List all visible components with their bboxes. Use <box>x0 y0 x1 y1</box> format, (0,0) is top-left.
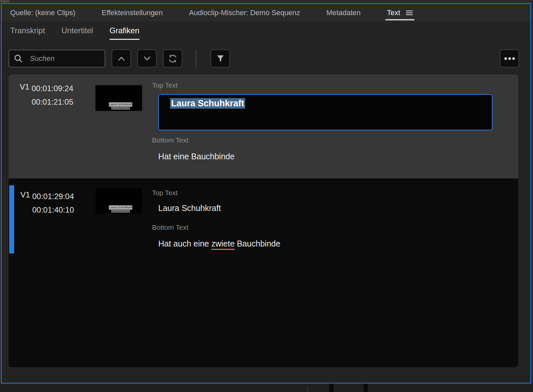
search-box[interactable] <box>9 50 105 67</box>
tab-label: Quelle: (keine Clips) <box>10 9 75 17</box>
tab-label: Audioclip-Mischer: Demo Sequenz <box>189 9 300 17</box>
text-panel: Quelle: (keine Clips) Effekteinstellunge… <box>1 3 531 383</box>
filter-icon <box>216 54 225 63</box>
subtab-label: Grafiken <box>110 26 140 35</box>
lower-panel-edge <box>0 384 533 392</box>
bottom-text-pre: Hat auch eine <box>158 239 211 248</box>
panel-gap <box>364 384 368 392</box>
next-button[interactable] <box>137 49 157 67</box>
top-text-field[interactable]: Laura Schuhkraft <box>158 94 493 130</box>
chevron-up-icon <box>117 56 125 61</box>
refresh-icon <box>168 54 177 63</box>
tab-metadata[interactable]: Metadaten <box>326 9 361 17</box>
graphic-clip-row[interactable]: V1 00:01:29:04 00:01:40:10 Laura Schuhkr… <box>9 178 518 367</box>
graphics-clip-list: V1 00:01:09:24 00:01:21:05 Laura Schuhkr… <box>9 74 518 367</box>
timecodes: 00:01:09:24 00:01:21:05 <box>32 82 72 109</box>
search-icon <box>14 54 23 63</box>
panel-menu-icon[interactable] <box>406 10 413 15</box>
subtab-graphics[interactable]: Grafiken <box>110 21 140 40</box>
top-chrome-strip <box>0 0 533 3</box>
bottom-text-value[interactable]: Hat eine Bauchbinde <box>158 151 509 161</box>
clip-text-fields: Top Text Laura Schuhkraft Bottom Text Ha… <box>152 74 509 161</box>
top-text-value[interactable]: Laura Schuhkraft <box>158 203 509 213</box>
subtab-label: Transkript <box>10 26 45 35</box>
timecodes: 00:01:29:04 00:01:40:10 <box>32 190 73 217</box>
subtab-transcript[interactable]: Transkript <box>10 21 45 40</box>
top-text-label: Top Text <box>152 189 509 197</box>
tab-label: Text <box>387 9 400 17</box>
toolbar-divider <box>196 49 196 67</box>
tab-label: Effekteinstellungen <box>102 9 163 17</box>
app-screen: Quelle: (keine Clips) Effekteinstellunge… <box>0 0 533 392</box>
refresh-button[interactable] <box>163 49 182 67</box>
in-timecode: 00:01:09:24 <box>32 82 72 95</box>
previous-button[interactable] <box>112 49 131 67</box>
out-timecode: 00:01:40:10 <box>32 203 73 217</box>
clip-thumbnail: Laura Schuhkraft Hat auch eine zwiete Ba… <box>95 188 142 214</box>
bottom-text-label: Bottom Text <box>152 223 509 232</box>
tab-effect-controls[interactable]: Effekteinstellungen <box>102 9 163 17</box>
tab-source[interactable]: Quelle: (keine Clips) <box>10 9 75 17</box>
thumbnail-lower-third-subtitle: Hat eine Bauchbinde <box>111 107 130 110</box>
tab-text[interactable]: Text <box>387 9 413 17</box>
subtab-captions[interactable]: Untertitel <box>62 21 93 40</box>
more-options-button[interactable] <box>500 49 519 67</box>
panel-divider <box>307 386 308 392</box>
clip-thumbnail: Laura Schuhkraft Hat eine Bauchbinde <box>95 85 142 111</box>
track-label: V1 <box>20 190 30 199</box>
misspelled-word: zwiete <box>211 239 235 248</box>
more-options-icon <box>504 57 515 60</box>
graphic-clip-row[interactable]: V1 00:01:09:24 00:01:21:05 Laura Schuhkr… <box>9 74 518 178</box>
text-panel-subtab-bar: Transkript Untertitel Grafiken <box>2 21 530 40</box>
adjacent-panel-corner <box>0 0 9 3</box>
panel-gap <box>329 384 334 392</box>
selected-text: Laura Schuhkraft <box>170 98 245 109</box>
in-timecode: 00:01:29:04 <box>32 190 73 203</box>
clip-text-fields: Top Text Laura Schuhkraft Bottom Text Ha… <box>152 178 509 248</box>
tab-label: Metadaten <box>326 9 361 17</box>
panel-tab-bar: Quelle: (keine Clips) Effekteinstellunge… <box>2 4 530 21</box>
filter-button[interactable] <box>211 49 230 67</box>
search-input[interactable] <box>30 54 100 63</box>
bottom-text-post: Bauchbinde <box>235 239 280 248</box>
track-label: V1 <box>20 82 29 91</box>
tab-audio-clip-mixer[interactable]: Audioclip-Mischer: Demo Sequenz <box>189 9 300 17</box>
selection-bar <box>9 185 14 253</box>
thumbnail-lower-third-title: Laura Schuhkraft <box>109 102 132 107</box>
bottom-text-value[interactable]: Hat auch eine zwiete Bauchbinde <box>158 239 509 248</box>
thumbnail-lower-third-subtitle: Hat auch eine zwiete Bauchbinde <box>111 210 130 213</box>
subtab-label: Untertitel <box>62 26 93 35</box>
thumbnail-lower-third-title: Laura Schuhkraft <box>109 205 132 210</box>
out-timecode: 00:01:21:05 <box>32 95 72 109</box>
bottom-text-label: Bottom Text <box>152 136 509 144</box>
top-text-label: Top Text <box>152 81 509 90</box>
graphics-toolbar <box>2 40 530 67</box>
chevron-down-icon <box>143 56 151 61</box>
